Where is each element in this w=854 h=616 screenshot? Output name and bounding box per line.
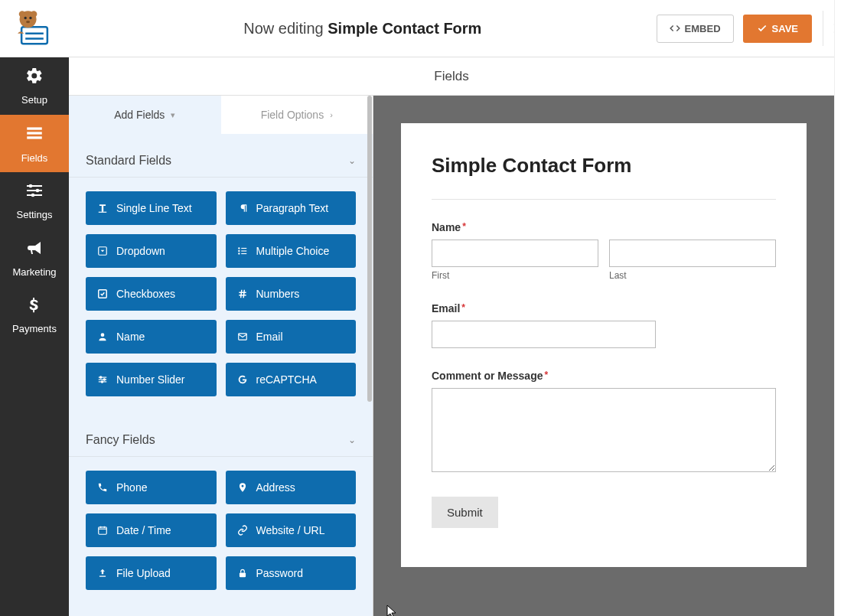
field-address[interactable]: Address	[226, 471, 357, 504]
gear-icon	[25, 67, 44, 90]
svg-rect-43	[239, 572, 245, 577]
field-recaptcha[interactable]: reCAPTCHA	[226, 363, 357, 396]
svg-rect-10	[27, 132, 42, 134]
svg-point-38	[101, 381, 103, 383]
field-email[interactable]: Email	[226, 320, 357, 354]
form-icon	[24, 123, 44, 148]
svg-point-16	[36, 189, 40, 193]
svg-point-6	[26, 21, 30, 23]
last-name-input[interactable]	[609, 240, 776, 267]
lock-icon	[236, 568, 249, 579]
svg-point-31	[101, 333, 105, 337]
field-number-slider[interactable]: Number Slider	[86, 363, 217, 396]
nav-label: Payments	[12, 323, 57, 334]
section-fancy-fields[interactable]: Fancy Fields ⌄	[69, 413, 373, 457]
sliders-icon	[25, 181, 44, 204]
check-icon	[757, 23, 768, 34]
nav-fields[interactable]: Fields	[0, 115, 69, 172]
required-marker: *	[544, 370, 548, 380]
tab-field-options[interactable]: Field Options ›	[221, 96, 373, 134]
map-pin-icon	[236, 482, 249, 493]
nav-setup[interactable]: Setup	[0, 57, 69, 115]
list-icon	[236, 246, 249, 256]
caret-square-icon	[96, 246, 109, 256]
svg-point-17	[31, 194, 35, 197]
svg-point-15	[29, 184, 33, 188]
svg-rect-24	[241, 250, 246, 251]
scrollbar-thumb[interactable]	[367, 96, 372, 402]
tab-add-fields[interactable]: Add Fields ▾	[69, 96, 221, 134]
svg-point-20	[238, 247, 240, 249]
svg-point-21	[238, 250, 240, 252]
scrollbar[interactable]	[366, 96, 373, 616]
field-single-line-text[interactable]: Single Line Text	[86, 191, 217, 225]
field-dropdown[interactable]: Dropdown	[86, 234, 217, 268]
field-url[interactable]: Website / URL	[226, 513, 357, 547]
left-nav: Setup Fields Settings Marketing Payments	[0, 57, 69, 616]
form-field-name[interactable]: Name* First Last	[432, 221, 776, 281]
svg-point-8	[31, 11, 37, 17]
field-paragraph-text[interactable]: Paragraph Text	[226, 191, 357, 225]
save-button[interactable]: SAVE	[743, 15, 812, 43]
svg-rect-9	[27, 127, 42, 129]
field-numbers[interactable]: Numbers	[226, 277, 357, 311]
field-label: Email*	[432, 302, 776, 315]
section-standard-fields[interactable]: Standard Fields ⌄	[69, 134, 373, 178]
svg-rect-13	[27, 190, 42, 191]
svg-point-4	[24, 17, 27, 19]
fancy-fields-grid: Phone Address Date / Time Website / URL …	[69, 471, 373, 607]
embed-button[interactable]: EMBED	[657, 15, 734, 43]
field-multiple-choice[interactable]: Multiple Choice	[226, 234, 357, 268]
svg-rect-11	[27, 136, 42, 139]
check-square-icon	[96, 288, 109, 299]
required-marker: *	[462, 221, 466, 232]
field-file-upload[interactable]: File Upload	[86, 556, 217, 590]
field-name[interactable]: Name	[86, 320, 217, 354]
hash-icon	[236, 288, 249, 299]
paragraph-icon	[236, 203, 249, 213]
chevron-down-icon: ⌄	[348, 155, 356, 166]
field-password[interactable]: Password	[226, 556, 357, 590]
page-title: Now editing Simple Contact Form	[69, 20, 657, 37]
field-datetime[interactable]: Date / Time	[86, 513, 217, 547]
calendar-icon	[96, 525, 109, 536]
form-field-comment[interactable]: Comment or Message*	[432, 370, 776, 475]
phone-icon	[96, 482, 109, 493]
form-preview[interactable]: Simple Contact Form Name* First Last Ema…	[401, 123, 807, 567]
svg-rect-0	[21, 27, 47, 44]
google-icon	[236, 374, 249, 385]
required-marker: *	[461, 302, 465, 313]
secondary-header: Fields	[69, 57, 834, 96]
nav-label: Setup	[21, 94, 47, 106]
submit-button[interactable]: Submit	[432, 497, 498, 528]
field-phone[interactable]: Phone	[86, 471, 217, 504]
nav-marketing[interactable]: Marketing	[0, 230, 69, 287]
svg-rect-39	[99, 527, 107, 534]
nav-label: Marketing	[12, 266, 56, 278]
form-title: Simple Contact Form	[432, 154, 776, 200]
field-checkboxes[interactable]: Checkboxes	[86, 277, 217, 311]
bullhorn-icon	[25, 239, 44, 262]
nav-label: Fields	[21, 152, 48, 164]
first-name-input[interactable]	[432, 240, 598, 267]
svg-point-22	[238, 253, 240, 254]
dollar-icon	[26, 297, 43, 318]
link-icon	[236, 525, 249, 536]
envelope-icon	[236, 331, 249, 342]
comment-textarea[interactable]	[432, 388, 776, 472]
field-label: Name*	[432, 221, 776, 233]
svg-line-30	[243, 290, 244, 298]
user-icon	[96, 331, 109, 342]
preview-panel: Simple Contact Form Name* First Last Ema…	[373, 96, 834, 616]
sublabel: First	[432, 270, 598, 281]
svg-rect-18	[99, 212, 107, 213]
form-field-email[interactable]: Email*	[432, 302, 776, 348]
svg-rect-25	[241, 253, 246, 254]
email-input[interactable]	[432, 321, 656, 348]
nav-payments[interactable]: Payments	[0, 287, 69, 344]
upload-icon	[96, 568, 109, 579]
app-logo	[0, 8, 69, 49]
chevron-right-icon: ›	[330, 110, 333, 119]
nav-settings[interactable]: Settings	[0, 172, 69, 230]
chevron-down-icon: ⌄	[348, 435, 356, 445]
